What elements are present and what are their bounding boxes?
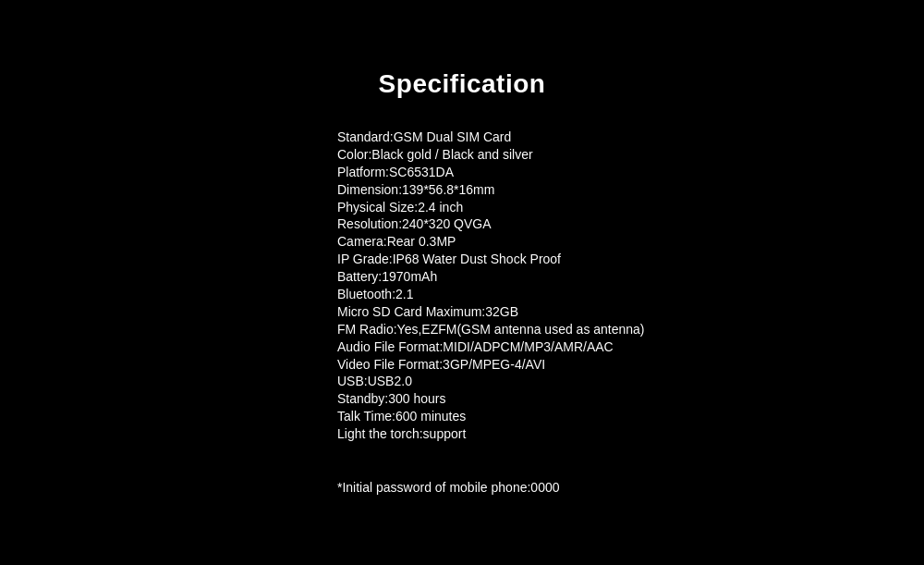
spec-item-video-format: Video File Format:3GP/MPEG-4/AVI (337, 356, 645, 374)
page-title: Specification (379, 69, 546, 99)
spec-item-resolution: Resolution:240*320 QVGA (337, 215, 645, 233)
spec-item-micro-sd: Micro SD Card Maximum:32GB (337, 303, 645, 321)
spec-item-physical-size: Physical Size:2.4 inch (337, 199, 645, 216)
spec-list: Standard:GSM Dual SIM CardColor:Black go… (337, 129, 645, 443)
spec-item-talk-time: Talk Time:600 minutes (337, 408, 645, 425)
spec-item-standard: Standard:GSM Dual SIM Card (337, 129, 645, 146)
page-container: Specification Standard:GSM Dual SIM Card… (0, 0, 924, 565)
spec-item-audio-format: Audio File Format:MIDI/ADPCM/MP3/AMR/AAC (337, 338, 645, 356)
spec-item-ip-grade: IP Grade:IP68 Water Dust Shock Proof (337, 251, 645, 268)
spec-item-fm-radio: FM Radio:Yes,EZFM(GSM antenna used as an… (337, 321, 645, 338)
spec-item-color: Color:Black gold / Black and silver (337, 146, 645, 164)
spec-item-torch: Light the torch:support (337, 425, 645, 443)
note-text: *Initial password of mobile phone:0000 (337, 480, 560, 495)
spec-item-battery: Battery:1970mAh (337, 268, 645, 286)
spec-item-dimension: Dimension:139*56.8*16mm (337, 181, 645, 199)
spec-item-standby: Standby:300 hours (337, 390, 645, 408)
spec-item-camera: Camera:Rear 0.3MP (337, 233, 645, 251)
spec-item-bluetooth: Bluetooth:2.1 (337, 286, 645, 303)
spec-item-platform: Platform:SC6531DA (337, 164, 645, 181)
spec-item-usb: USB:USB2.0 (337, 373, 645, 390)
